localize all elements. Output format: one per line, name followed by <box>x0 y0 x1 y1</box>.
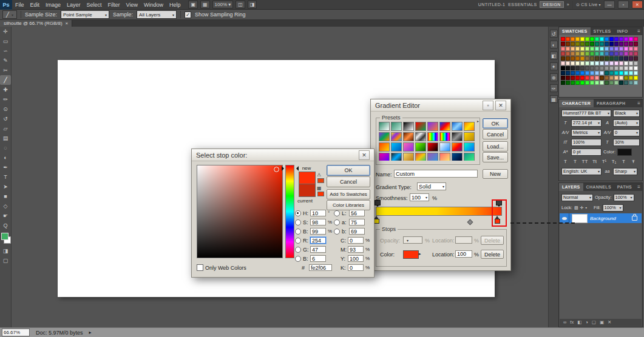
color-swatch[interactable] <box>609 76 614 80</box>
view-extras-icon[interactable]: ▦ <box>200 1 210 8</box>
color-swatch[interactable] <box>561 42 565 46</box>
color-swatch[interactable] <box>585 81 589 85</box>
color-swatch[interactable] <box>580 61 585 65</box>
picker-field[interactable] <box>197 165 283 258</box>
web-safe-cube-icon[interactable]: ▦ <box>317 185 322 191</box>
tab-close-icon[interactable]: × <box>66 21 69 26</box>
document-tab[interactable]: silhoutte @ 66.7% (RGB/8) × <box>0 20 72 27</box>
color-swatch[interactable] <box>561 76 565 80</box>
color-swatch[interactable] <box>580 81 585 85</box>
eraser-tool[interactable]: ▱ <box>0 124 11 133</box>
saturation-input[interactable] <box>310 219 326 225</box>
char-style-button-5[interactable]: T¹ <box>600 158 608 165</box>
color-swatch[interactable] <box>566 81 570 85</box>
panel-menu-icon[interactable]: ≡ <box>637 101 640 106</box>
color-swatch[interactable] <box>590 71 594 75</box>
color-swatch[interactable] <box>600 66 604 70</box>
styles-icon[interactable]: ✦ <box>550 62 558 70</box>
history-icon[interactable]: ↺ <box>550 30 558 38</box>
show-sampling-ring-checkbox[interactable]: ✓ <box>185 12 191 18</box>
only-web-colors-checkbox[interactable] <box>197 264 203 271</box>
zoom-tool[interactable]: Q <box>0 221 11 230</box>
color-swatch[interactable] <box>561 52 565 56</box>
gradient-preset[interactable] <box>439 132 450 141</box>
color-swatch[interactable] <box>580 56 585 61</box>
color-swatch[interactable] <box>624 71 628 75</box>
current-color-swatch[interactable] <box>299 184 316 197</box>
brush-tool[interactable]: ✏ <box>0 95 11 104</box>
lab-b-input[interactable] <box>349 228 365 235</box>
tab-character[interactable]: CHARACTER <box>559 99 594 107</box>
color-swatch[interactable] <box>571 52 575 56</box>
cancel-button[interactable]: Cancel <box>327 176 370 187</box>
color-swatch[interactable] <box>624 61 628 65</box>
color-swatch[interactable] <box>619 37 623 41</box>
gradient-editor-titlebar[interactable]: Gradient Editor ▫ ✕ <box>371 99 510 112</box>
gradient-name-input[interactable] <box>394 170 478 178</box>
font-size-dropdown[interactable]: 272.14 pt <box>571 119 602 127</box>
color-swatch[interactable] <box>614 37 619 41</box>
tool-preset-picker[interactable]: ╱ <box>2 10 17 19</box>
gradient-preset[interactable] <box>415 132 426 141</box>
color-swatch[interactable] <box>580 52 585 56</box>
gradient-preset[interactable] <box>427 122 438 131</box>
color-swatch[interactable] <box>605 76 609 80</box>
color-swatch[interactable] <box>590 47 594 51</box>
color-picker-titlebar[interactable]: Select stop color: ✕ <box>192 149 374 161</box>
brush-presets-icon[interactable]: ✑ <box>550 84 558 92</box>
green-radio[interactable] <box>295 247 301 253</box>
color-swatch[interactable] <box>595 42 599 46</box>
leading-dropdown[interactable]: (Auto) <box>613 119 640 127</box>
menu-help[interactable]: Help <box>166 2 184 8</box>
color-swatch[interactable] <box>575 81 580 85</box>
gradient-preset[interactable] <box>452 132 463 141</box>
gamut-warning-icon[interactable]: ⚠ <box>317 172 321 178</box>
gradient-preset[interactable] <box>403 153 414 161</box>
color-swatch[interactable] <box>605 42 609 46</box>
color-swatch[interactable] <box>629 56 633 61</box>
ok-button[interactable]: OK <box>483 118 508 128</box>
blue-radio[interactable] <box>295 256 301 262</box>
color-swatch[interactable] <box>619 42 623 46</box>
color-swatch[interactable] <box>580 42 585 46</box>
color-swatch[interactable] <box>634 52 638 56</box>
color-swatch[interactable] <box>571 71 575 75</box>
lab-l-input[interactable] <box>349 210 365 216</box>
color-swatch[interactable] <box>595 66 599 70</box>
gradient-preset[interactable] <box>464 142 475 152</box>
color-swatch[interactable] <box>614 71 619 75</box>
color-swatch[interactable] <box>585 37 589 41</box>
color-swatch[interactable] <box>624 47 628 51</box>
color-swatch[interactable] <box>575 76 580 80</box>
adjustments-icon[interactable]: ◐ <box>550 41 558 48</box>
color-swatch[interactable] <box>580 47 585 51</box>
color-swatch[interactable] <box>605 61 609 65</box>
color-swatch[interactable] <box>575 71 580 75</box>
presets-scroll-arrow[interactable]: ▸ <box>477 119 479 123</box>
color-swatch[interactable] <box>614 76 619 80</box>
bridge-icon[interactable]: ▣ <box>188 1 198 8</box>
color-swatch[interactable] <box>624 66 628 70</box>
history-brush-tool[interactable]: ↺ <box>0 114 11 124</box>
gradient-preset[interactable] <box>379 122 390 131</box>
tab-swatches[interactable]: SWATCHES <box>559 27 591 35</box>
opacity-dropdown[interactable]: 100% <box>614 194 634 201</box>
brightness-input[interactable] <box>310 228 326 235</box>
color-swatch[interactable] <box>629 61 633 65</box>
color-swatch[interactable] <box>624 76 628 80</box>
menu-select[interactable]: Select <box>84 2 105 8</box>
color-swatch[interactable] <box>600 47 604 51</box>
color-swatch[interactable] <box>624 56 628 61</box>
rectangular-marquee-tool[interactable]: ▭ <box>0 36 11 46</box>
color-swatch[interactable] <box>575 56 580 61</box>
stop-color-arrow-icon[interactable]: ▸ <box>419 252 421 256</box>
color-swatch[interactable] <box>605 81 609 85</box>
color-stop-start[interactable] <box>374 219 379 224</box>
path-selection-tool[interactable]: ➤ <box>0 182 11 192</box>
color-swatch[interactable] <box>629 47 633 51</box>
color-swatch[interactable] <box>590 76 594 80</box>
lock-transparency-icon[interactable]: ▨ <box>574 205 578 210</box>
dialog-restore-button[interactable]: ▫ <box>483 101 493 110</box>
char-style-button-4[interactable]: Tt <box>591 158 598 165</box>
gamut-swatch[interactable] <box>317 178 324 183</box>
